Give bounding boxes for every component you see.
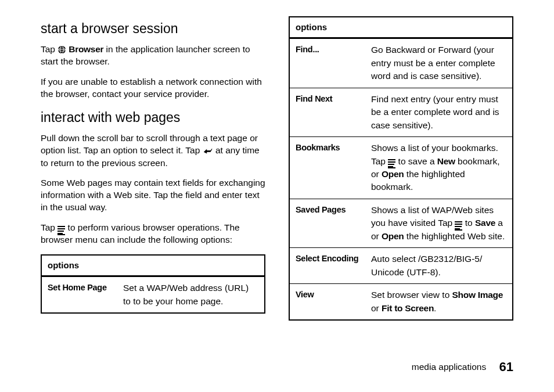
left-column: start a browser session Tap Browser in t… <box>41 16 265 321</box>
option-name: View <box>289 284 365 320</box>
globe-icon <box>57 44 66 56</box>
table-header: options <box>41 255 265 276</box>
para-5: Tap to perform various browser operation… <box>41 222 265 246</box>
option-desc: Set a WAP/Web address (URL) to to be you… <box>117 276 265 313</box>
table-header: options <box>289 17 513 38</box>
option-name: Find Next <box>289 88 365 136</box>
browser-label: Browser <box>66 44 103 54</box>
option-desc: Shows a list of your bookmarks. Tap to s… <box>365 137 513 199</box>
table-row: Find Next Find next entry (your entry mu… <box>289 88 513 136</box>
option-desc: Go Backward or Forward (your entry must … <box>365 38 513 88</box>
para-1: Tap Browser in the application launcher … <box>41 44 265 68</box>
para-2: If you are unable to establish a network… <box>41 76 265 100</box>
page-number: 61 <box>499 359 513 374</box>
options-table-left: options Set Home Page Set a WAP/Web addr… <box>41 254 265 314</box>
option-desc: Find next entry (your entry must be a en… <box>365 88 513 136</box>
table-row: Select Encoding Auto select /GB2312/BIG-… <box>289 248 513 284</box>
heading-interact: interact with web pages <box>41 109 265 127</box>
table-row: Bookmarks Shows a list of your bookmarks… <box>289 137 513 199</box>
option-name: Select Encoding <box>289 248 365 284</box>
right-column: options Find... Go Backward or Forward (… <box>289 16 513 321</box>
para-3: Pull down the scroll bar to scroll throu… <box>41 132 265 169</box>
option-name: Set Home Page <box>41 276 117 313</box>
option-desc: Set browser view to Show Image or Fit to… <box>365 284 513 320</box>
menu-icon <box>57 226 65 232</box>
table-row: View Set browser view to Show Image or F… <box>289 284 513 320</box>
table-row: Set Home Page Set a WAP/Web address (URL… <box>41 276 265 313</box>
option-desc: Auto select /GB2312/BIG-5/ Unicode (UTF-… <box>365 248 513 284</box>
heading-start-browser: start a browser session <box>41 20 265 38</box>
table-row: Find... Go Backward or Forward (your ent… <box>289 38 513 88</box>
section-label: media applications <box>412 362 486 372</box>
menu-icon <box>455 221 462 228</box>
option-name: Saved Pages <box>289 199 365 247</box>
table-row: Saved Pages Shows a list of WAP/Web site… <box>289 199 513 247</box>
menu-icon <box>388 159 395 166</box>
page-footer: media applications 61 <box>412 359 513 375</box>
back-arrow-icon <box>203 145 213 157</box>
para-4: Some Web pages may contain text fields f… <box>41 177 265 214</box>
option-name: Bookmarks <box>289 137 365 199</box>
option-name: Find... <box>289 38 365 88</box>
option-desc: Shows a list of WAP/Web sites you have v… <box>365 199 513 247</box>
options-table-right: options Find... Go Backward or Forward (… <box>289 16 513 321</box>
